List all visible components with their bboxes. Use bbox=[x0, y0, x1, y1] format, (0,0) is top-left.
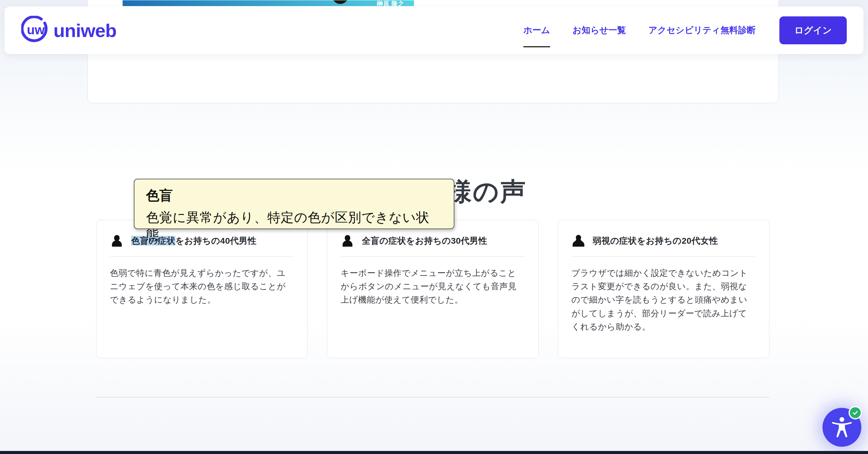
svg-text:uw: uw bbox=[27, 23, 44, 37]
testimonial-title: 弱視の症状をお持ちの20代女性 bbox=[593, 235, 718, 247]
testimonial-body: 色弱で特に青色が見えずらかったですが、ユニウェブを使って本来の色を感じ取ることが… bbox=[110, 267, 294, 307]
uniweb-logo-icon: uw bbox=[21, 16, 49, 45]
main-nav: ホーム お知らせ一覧 アクセシビリティ無料診断 bbox=[523, 23, 756, 38]
profile-name: 榊原 隆之 bbox=[377, 0, 404, 6]
male-user-icon bbox=[110, 234, 124, 248]
scrolled-profile-banner: 榊原 隆之 bbox=[123, 0, 414, 6]
brand-name: uniweb bbox=[54, 20, 117, 41]
site-header: uw uniweb ホーム お知らせ一覧 アクセシビリティ無料診断 ログイン bbox=[5, 7, 863, 54]
nav-item-news[interactable]: お知らせ一覧 bbox=[573, 23, 626, 38]
term-definition-tooltip: 色盲 色覚に異常があり、特定の色が区別できない状態 bbox=[134, 179, 454, 229]
tooltip-term: 色盲 bbox=[146, 187, 442, 205]
avatar bbox=[332, 0, 348, 4]
check-icon bbox=[852, 410, 859, 416]
female-user-icon bbox=[571, 234, 585, 248]
nav-item-accessibility-check[interactable]: アクセシビリティ無料診断 bbox=[649, 23, 756, 38]
testimonial-body: ブラウザでは細かく設定できないためコントラスト変更ができるのが良い。また、弱視な… bbox=[571, 267, 756, 334]
brand-logo[interactable]: uw uniweb bbox=[21, 16, 117, 45]
divider bbox=[341, 256, 525, 257]
login-button[interactable]: ログイン bbox=[779, 17, 847, 44]
status-badge bbox=[848, 406, 862, 419]
accessibility-widget-button[interactable] bbox=[823, 408, 861, 447]
section-divider bbox=[96, 397, 769, 398]
nav-item-home[interactable]: ホーム bbox=[523, 23, 550, 38]
divider bbox=[571, 256, 756, 257]
testimonial-body: キーボード操作でメニューが立ち上がることからボタンのメニューが見えなくても音声見… bbox=[341, 267, 525, 307]
footer-edge bbox=[0, 451, 868, 454]
testimonial-card: 弱視の症状をお持ちの20代女性 ブラウザでは細かく設定できないためコントラスト変… bbox=[558, 220, 769, 358]
accessibility-icon bbox=[830, 415, 854, 440]
divider bbox=[110, 256, 294, 257]
tooltip-definition: 色覚に異常があり、特定の色が区別できない状態 bbox=[146, 209, 442, 244]
